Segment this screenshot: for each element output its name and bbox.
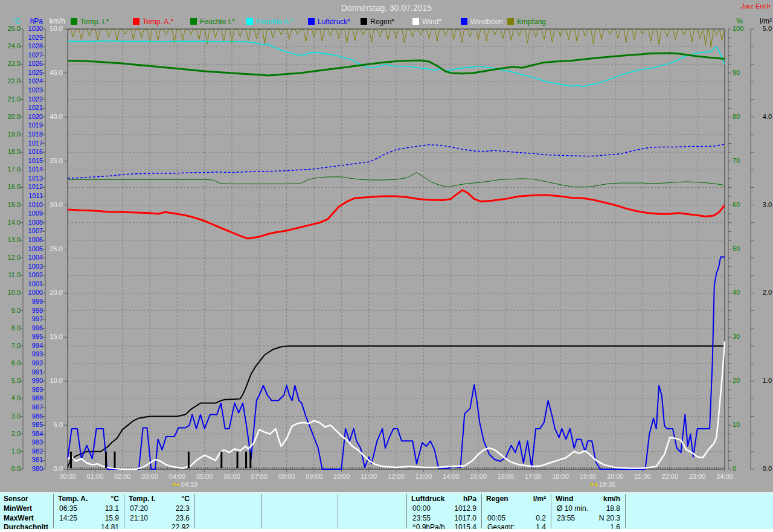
- axis-tick-label: 1016: [25, 149, 43, 155]
- legend-label: Luftdruck*: [318, 18, 350, 26]
- table-cell: 13.1: [53, 504, 119, 513]
- x-axis-label: 11:00: [356, 473, 382, 480]
- axis-tick-label: 80: [733, 114, 748, 120]
- x-axis-label: 00:00: [54, 473, 81, 480]
- axis-tick-label: 15.0: [2, 202, 21, 208]
- axis-tick-label: 18.0: [2, 149, 21, 155]
- legend-label: Empfang: [517, 18, 546, 26]
- axis-tick-label: 984: [25, 431, 43, 437]
- legend-item-wind: Wind*: [412, 18, 441, 26]
- x-axis-label: 02:00: [109, 473, 136, 480]
- x-axis-label: 17:00: [520, 473, 547, 480]
- x-axis-label: 03:00: [136, 473, 163, 480]
- axis-tick-label: 1011: [25, 193, 43, 199]
- sunset-time: 19:35: [599, 481, 616, 488]
- axis-tick-label: 1027: [25, 52, 43, 59]
- axis-tick-label: 4.0: [754, 114, 772, 120]
- axis-tick-label: 9.0: [2, 307, 21, 314]
- axis-tick-label: 981: [25, 457, 43, 463]
- legend-item-tempa: Temp. A.*: [133, 18, 173, 26]
- axis-tick-label: 20.0: [45, 289, 63, 296]
- table-cell: 23.6: [124, 514, 190, 522]
- sunset-marker: ☀▾19:35: [589, 481, 616, 489]
- table-cell: 22.3: [124, 504, 190, 513]
- axis-tick-label: 999: [25, 298, 43, 305]
- table-column-unit: km/h: [551, 495, 620, 503]
- axis-tick-label: 995: [25, 333, 43, 340]
- axis-tick-label: 1001: [25, 281, 43, 287]
- rain-event-bar: [245, 452, 247, 468]
- axis-tick-label: 1.0: [2, 448, 21, 455]
- axis-tick-label: 3.0: [754, 202, 772, 208]
- rain-event-bar: [249, 452, 251, 468]
- table-separator: [625, 494, 626, 528]
- axis-tick-label: 70: [733, 158, 748, 164]
- axis-tick-label: 2.0: [2, 431, 21, 437]
- legend-label: Regen*: [370, 18, 394, 26]
- legend-item-regen: Regen*: [361, 18, 394, 26]
- weather-app-window: Donnerstag, 30.07.2015 Jarz Erich Temp. …: [0, 0, 773, 532]
- legend-item-luftdruck: Luftdruck*: [308, 18, 350, 26]
- weather-chart-plot[interactable]: [0, 0, 773, 492]
- axis-tick-label: 0.0: [45, 466, 63, 472]
- axis-tick-label: 45.0: [45, 69, 63, 76]
- axis-tick-label: 22.0: [2, 78, 21, 85]
- axis-tick-label: 1007: [25, 228, 43, 234]
- axis-tick-label: 19.0: [2, 131, 21, 138]
- legend-label: Temp. I.*: [80, 18, 109, 26]
- axis-tick-label: 60: [733, 202, 748, 208]
- axis-tick-label: 20.0: [2, 114, 21, 120]
- legend-label: Windböen: [470, 18, 503, 26]
- axis-tick-label: 50: [733, 246, 748, 252]
- table-column-unit: hPa: [406, 495, 476, 503]
- axis-tick-label: 1004: [25, 254, 43, 261]
- legend-swatch: [246, 18, 253, 25]
- axis-tick-label: 988: [25, 395, 43, 402]
- axis-tick-label: 985: [25, 421, 43, 428]
- table-column-unit: °C: [124, 495, 190, 503]
- axis-tick-label: 90: [733, 69, 748, 76]
- axis-tick-label: 1012: [25, 184, 43, 190]
- table-cell: 1017.0: [406, 514, 476, 522]
- table-separator: [194, 494, 195, 528]
- axis-tick-label: 980: [25, 466, 43, 472]
- table-cell: 0.2: [481, 514, 546, 522]
- rain-event-bar: [105, 452, 107, 468]
- axis-header: hPa: [25, 17, 43, 25]
- axis-tick-label: 1006: [25, 237, 43, 243]
- axis-tick-label: 993: [25, 351, 43, 357]
- axis-tick-label: 1030: [25, 25, 43, 32]
- axis-tick-label: 1026: [25, 60, 43, 67]
- table-separator: [261, 494, 262, 528]
- axis-tick-label: 982: [25, 448, 43, 455]
- legend-item-tempi: Temp. I.*: [71, 18, 109, 26]
- axis-tick-label: 1010: [25, 202, 43, 208]
- axis-tick-label: 16.0: [2, 184, 21, 190]
- x-axis-label: 04:00: [164, 473, 190, 480]
- axis-tick-label: 10.0: [45, 377, 63, 384]
- axis-tick-label: 1008: [25, 219, 43, 226]
- axis-tick-label: 14.0: [2, 219, 21, 226]
- table-cell: 18.8: [551, 504, 620, 513]
- axis-tick-label: 1024: [25, 78, 43, 85]
- axis-tick-label: 30.0: [45, 202, 63, 208]
- axis-tick-label: 1002: [25, 272, 43, 278]
- x-axis-label: 12:00: [383, 473, 409, 480]
- axis-tick-label: 1013: [25, 175, 43, 182]
- axis-tick-label: 7.0: [2, 342, 21, 349]
- table-cell: 15.9: [53, 514, 119, 522]
- axis-tick-label: 1014: [25, 166, 43, 173]
- axis-header: %: [728, 17, 743, 25]
- axis-tick-label: 0.0: [754, 466, 772, 472]
- axis-tick-label: 1003: [25, 263, 43, 270]
- x-axis-label: 19:00: [574, 473, 601, 480]
- axis-tick-label: 1018: [25, 131, 43, 138]
- axis-tick-label: 994: [25, 342, 43, 349]
- table-cell: N 20.3: [551, 514, 620, 522]
- axis-tick-label: 30: [733, 333, 748, 340]
- table-cell: 1012.9: [406, 504, 476, 513]
- axis-tick-label: 986: [25, 413, 43, 420]
- axis-header: km/h: [42, 17, 65, 25]
- axis-tick-label: 0.0: [2, 466, 21, 472]
- table-column-unit: l/m²: [481, 495, 546, 503]
